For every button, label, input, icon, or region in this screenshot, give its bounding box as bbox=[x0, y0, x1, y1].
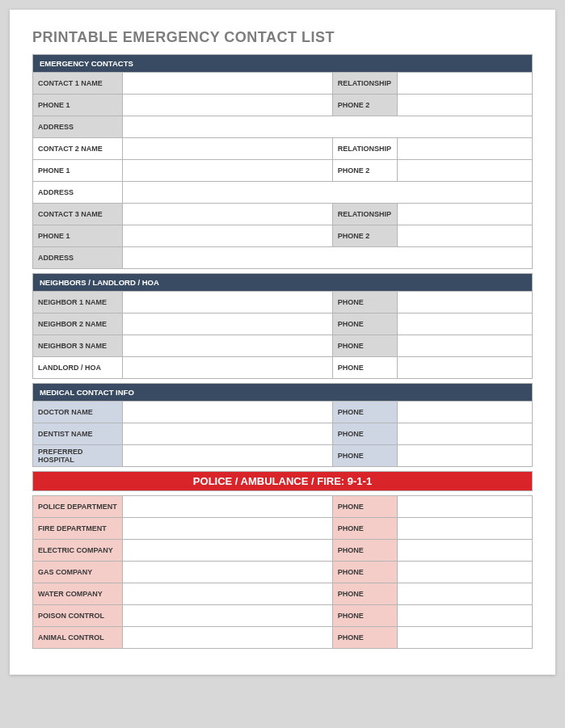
label-water-phone: PHONE bbox=[332, 583, 397, 605]
label-fire: FIRE DEPARTMENT bbox=[33, 518, 123, 540]
label-doctor: DOCTOR NAME bbox=[33, 402, 123, 423]
field-animal-phone[interactable] bbox=[398, 627, 533, 649]
label-water: WATER COMPANY bbox=[33, 583, 123, 605]
label-landlord: LANDLORD / HOA bbox=[33, 357, 123, 379]
label-contact3-name: CONTACT 3 NAME bbox=[33, 204, 123, 225]
label-animal: ANIMAL CONTROL bbox=[33, 627, 123, 649]
field-police-phone[interactable] bbox=[398, 496, 533, 518]
label-fire-phone: PHONE bbox=[332, 518, 397, 540]
field-contact2-name[interactable] bbox=[123, 138, 333, 160]
field-contact1-name[interactable] bbox=[123, 73, 333, 95]
field-contact3-address[interactable] bbox=[123, 247, 533, 269]
label-dentist-phone: PHONE bbox=[332, 423, 397, 445]
field-electric-phone[interactable] bbox=[398, 540, 533, 562]
field-contact2-address[interactable] bbox=[123, 182, 533, 204]
label-dentist: DENTIST NAME bbox=[33, 423, 123, 445]
field-contact2-phone2[interactable] bbox=[398, 160, 533, 182]
section-header-emergency: EMERGENCY CONTACTS bbox=[33, 55, 533, 73]
field-neighbor1-name[interactable] bbox=[123, 292, 333, 314]
label-neighbor3-phone: PHONE bbox=[332, 335, 397, 357]
label-police: POLICE DEPARTMENT bbox=[33, 496, 123, 518]
field-contact3-name[interactable] bbox=[123, 204, 333, 225]
field-fire-name[interactable] bbox=[123, 518, 333, 540]
label-neighbor1: NEIGHBOR 1 NAME bbox=[33, 292, 123, 314]
label-contact3-relationship: RELATIONSHIP bbox=[332, 204, 397, 225]
label-gas: GAS COMPANY bbox=[33, 562, 123, 583]
field-contact2-phone1[interactable] bbox=[123, 160, 333, 182]
field-fire-phone[interactable] bbox=[398, 518, 533, 540]
field-landlord-phone[interactable] bbox=[398, 357, 533, 379]
field-doctor-phone[interactable] bbox=[398, 402, 533, 423]
field-gas-phone[interactable] bbox=[398, 562, 533, 583]
label-neighbor2: NEIGHBOR 2 NAME bbox=[33, 314, 123, 335]
page-title: PRINTABLE EMERGENCY CONTACT LIST bbox=[32, 29, 533, 46]
label-contact3-phone1: PHONE 1 bbox=[33, 225, 123, 247]
section-header-medical: MEDICAL CONTACT INFO bbox=[33, 384, 533, 402]
label-contact1-relationship: RELATIONSHIP bbox=[332, 73, 397, 95]
label-police-phone: PHONE bbox=[332, 496, 397, 518]
field-water-name[interactable] bbox=[123, 583, 333, 605]
label-neighbor3: NEIGHBOR 3 NAME bbox=[33, 335, 123, 357]
field-contact3-phone1[interactable] bbox=[123, 225, 333, 247]
document-page: PRINTABLE EMERGENCY CONTACT LIST EMERGEN… bbox=[10, 10, 555, 675]
field-contact2-relationship[interactable] bbox=[398, 138, 533, 160]
field-water-phone[interactable] bbox=[398, 583, 533, 605]
field-contact3-phone2[interactable] bbox=[398, 225, 533, 247]
label-contact2-phone2: PHONE 2 bbox=[332, 160, 397, 182]
label-contact1-phone2: PHONE 2 bbox=[332, 95, 397, 116]
field-electric-name[interactable] bbox=[123, 540, 333, 562]
label-neighbor1-phone: PHONE bbox=[332, 292, 397, 314]
label-hospital: PREFERRED HOSPITAL bbox=[33, 445, 123, 467]
label-contact2-relationship: RELATIONSHIP bbox=[332, 138, 397, 160]
label-contact2-name: CONTACT 2 NAME bbox=[33, 138, 123, 160]
section-header-neighbors: NEIGHBORS / LANDLORD / HOA bbox=[33, 274, 533, 292]
label-hospital-phone: PHONE bbox=[332, 445, 397, 467]
label-electric-phone: PHONE bbox=[332, 540, 397, 562]
field-hospital-phone[interactable] bbox=[398, 445, 533, 467]
field-landlord-name[interactable] bbox=[123, 357, 333, 379]
label-poison: POISON CONTROL bbox=[33, 605, 123, 627]
field-contact1-phone2[interactable] bbox=[398, 95, 533, 116]
field-dentist-phone[interactable] bbox=[398, 423, 533, 445]
label-contact1-address: ADDRESS bbox=[33, 116, 123, 138]
label-contact1-phone1: PHONE 1 bbox=[33, 95, 123, 116]
label-landlord-phone: PHONE bbox=[332, 357, 397, 379]
label-contact2-address: ADDRESS bbox=[33, 182, 123, 204]
label-electric: ELECTRIC COMPANY bbox=[33, 540, 123, 562]
field-police-name[interactable] bbox=[123, 496, 333, 518]
field-neighbor2-name[interactable] bbox=[123, 314, 333, 335]
field-hospital-name[interactable] bbox=[123, 445, 333, 467]
label-doctor-phone: PHONE bbox=[332, 402, 397, 423]
label-neighbor2-phone: PHONE bbox=[332, 314, 397, 335]
field-contact1-relationship[interactable] bbox=[398, 73, 533, 95]
field-neighbor3-name[interactable] bbox=[123, 335, 333, 357]
field-animal-name[interactable] bbox=[123, 627, 333, 649]
field-neighbor3-phone[interactable] bbox=[398, 335, 533, 357]
label-contact2-phone1: PHONE 1 bbox=[33, 160, 123, 182]
field-contact3-relationship[interactable] bbox=[398, 204, 533, 225]
label-animal-phone: PHONE bbox=[332, 627, 397, 649]
field-gas-name[interactable] bbox=[123, 562, 333, 583]
label-poison-phone: PHONE bbox=[332, 605, 397, 627]
label-contact1-name: CONTACT 1 NAME bbox=[33, 73, 123, 95]
label-gas-phone: PHONE bbox=[332, 562, 397, 583]
contact-table: EMERGENCY CONTACTS CONTACT 1 NAME RELATI… bbox=[32, 54, 533, 649]
section-header-911: POLICE / AMBULANCE / FIRE: 9-1-1 bbox=[33, 472, 533, 491]
field-poison-name[interactable] bbox=[123, 605, 333, 627]
field-dentist-name[interactable] bbox=[123, 423, 333, 445]
label-contact3-address: ADDRESS bbox=[33, 247, 123, 269]
field-neighbor2-phone[interactable] bbox=[398, 314, 533, 335]
field-neighbor1-phone[interactable] bbox=[398, 292, 533, 314]
field-contact1-phone1[interactable] bbox=[123, 95, 333, 116]
field-poison-phone[interactable] bbox=[398, 605, 533, 627]
field-contact1-address[interactable] bbox=[123, 116, 533, 138]
label-contact3-phone2: PHONE 2 bbox=[332, 225, 397, 247]
field-doctor-name[interactable] bbox=[123, 402, 333, 423]
